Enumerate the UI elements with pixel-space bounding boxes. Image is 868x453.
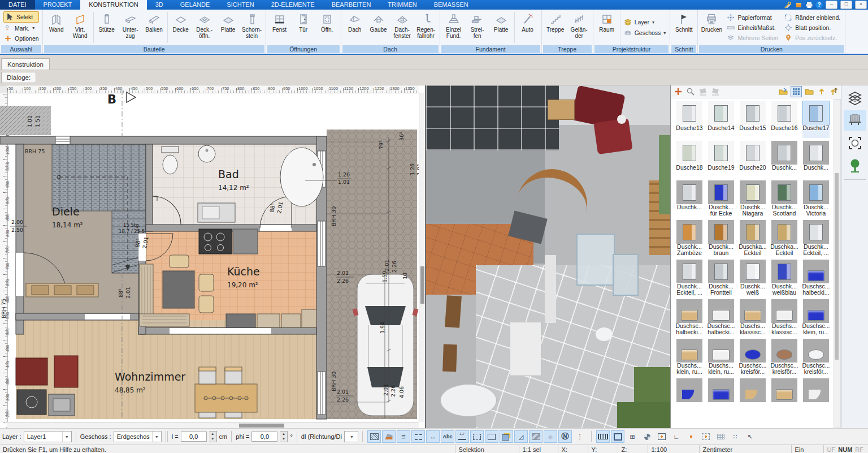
text-style-button[interactable]: Abc bbox=[441, 430, 454, 443]
ribbon-button-decke[interactable]: Decke bbox=[169, 10, 193, 45]
add-icon[interactable] bbox=[673, 87, 683, 97]
catalog-item-dusche20[interactable]: Dusche20 bbox=[737, 141, 769, 178]
close-button[interactable]: × bbox=[855, 1, 867, 9]
catalog-item-duschk[interactable]: Duschk...weiß bbox=[737, 260, 769, 296]
window-grid-button[interactable]: ⊞ bbox=[626, 430, 639, 443]
floor-plan-drawing[interactable]: BDiele18,14 m²Bad14,12 m²Küche19,20 m²Wo… bbox=[0, 85, 425, 428]
selection-dashed-button[interactable] bbox=[470, 430, 484, 443]
ribbon-item-blatt-position-[interactable]: Blatt position. bbox=[784, 23, 840, 32]
catalog-item-duschk[interactable]: Duschk...für Ecke bbox=[705, 180, 737, 217]
ribbon-button-einzel-fund-[interactable]: EinzelFund. bbox=[442, 10, 466, 45]
ribbon-button-raum[interactable]: Raum bbox=[595, 10, 619, 45]
tree-icon[interactable] bbox=[844, 156, 866, 176]
ribbon-button-strei-fen[interactable]: Strei-fen bbox=[466, 10, 489, 45]
export-icon[interactable] bbox=[817, 87, 827, 97]
move-icon[interactable] bbox=[844, 133, 866, 153]
roof-tool-button[interactable]: ◿ bbox=[514, 430, 528, 443]
catalog-item-dusche19[interactable]: Dusche19 bbox=[705, 141, 737, 178]
catalog-item-duschk[interactable]: Duschk...Scotland bbox=[769, 180, 800, 217]
catalog-item[interactable] bbox=[800, 378, 832, 415]
catalog-item-duschsc[interactable]: Duschsc...klein, ru... bbox=[800, 299, 832, 336]
frame-tool-button[interactable] bbox=[611, 430, 624, 443]
phi-input[interactable]: 0,0 bbox=[251, 432, 277, 442]
point-box-button[interactable] bbox=[655, 430, 669, 443]
ribbon-item-papierformat[interactable]: Papierformat bbox=[726, 13, 778, 22]
minimize-button[interactable]: – bbox=[826, 1, 837, 9]
menu-tab-bearbeiten[interactable]: BEARBEITEN bbox=[323, 0, 380, 10]
menu-tab-sichten[interactable]: SICHTEN bbox=[218, 0, 262, 10]
cube-3d-button[interactable] bbox=[500, 430, 513, 443]
help-icon[interactable]: ? bbox=[815, 1, 823, 8]
furniture-icon[interactable] bbox=[844, 110, 866, 131]
catalog-item-duschk[interactable]: Duschk... bbox=[800, 141, 832, 178]
ribbon-button-tür[interactable]: Tür bbox=[292, 10, 315, 45]
ribbon-button-balken[interactable]: Balken bbox=[142, 10, 166, 45]
catalog-item-duschs[interactable]: Duschs...klein, ru... bbox=[674, 339, 705, 376]
line-thick-button[interactable]: ≡ bbox=[397, 430, 410, 443]
ribbon-button-wand[interactable]: Wand bbox=[45, 10, 68, 45]
catalog-item-duschk[interactable]: Duschk...Frontteil bbox=[705, 260, 737, 296]
catalog-item-duschka[interactable]: Duschka...Eckteil bbox=[769, 220, 800, 257]
catalog-item-duschsc[interactable]: Duschsc...halbecki... bbox=[800, 260, 832, 296]
length-input[interactable]: 0,0 bbox=[181, 432, 207, 442]
fan-tool-button[interactable] bbox=[640, 430, 654, 443]
restore-button[interactable]: □ bbox=[840, 1, 852, 9]
catalog-item-duschk[interactable]: Duschk... bbox=[674, 180, 705, 217]
ribbon-button-schnitt[interactable]: Schnitt bbox=[672, 10, 696, 45]
cursor-deselect-button[interactable]: ↖ bbox=[743, 430, 757, 443]
menu-tab-projekt[interactable]: PROJEKT bbox=[35, 0, 81, 10]
catalog-item-duschk[interactable]: Duschk...weißblau bbox=[769, 260, 800, 296]
ruler-tool-button[interactable] bbox=[596, 430, 610, 443]
catalog-item-dusche18[interactable]: Dusche18 bbox=[674, 141, 705, 178]
ribbon-button-öffn-[interactable]: Öffn. bbox=[315, 10, 339, 45]
dim-style-button[interactable]: ↔ bbox=[426, 430, 440, 443]
export-all-icon[interactable] bbox=[829, 87, 839, 97]
menu-tab-trimmen[interactable]: TRIMMEN bbox=[379, 0, 425, 10]
view-3d[interactable] bbox=[426, 85, 670, 428]
ribbon-item-mehrere-seiten[interactable]: Mehrere Seiten bbox=[726, 33, 778, 42]
ribbon-button-treppe[interactable]: Treppe bbox=[544, 10, 567, 45]
plan-horizontal-scrollbar[interactable] bbox=[7, 422, 419, 428]
menu-tab-gel-nde[interactable]: GELÄNDE bbox=[172, 0, 219, 10]
tools-icon[interactable] bbox=[783, 1, 792, 9]
line-dashed-button[interactable] bbox=[411, 430, 425, 443]
catalog-item-duschk[interactable]: Duschk...Eckteil, ... bbox=[674, 260, 705, 296]
catalog-item-duschs[interactable]: Duschs...klassisc... bbox=[737, 299, 769, 336]
ribbon-item-einheit-maßst-[interactable]: Einheit/Maßst. bbox=[726, 23, 778, 32]
menu-tab-3d[interactable]: 3D bbox=[147, 0, 172, 10]
catalog-item[interactable] bbox=[674, 378, 705, 415]
menu-tab-2d-elemente[interactable]: 2D-ELEMENTE bbox=[263, 0, 323, 10]
catalog-item[interactable] bbox=[769, 378, 800, 415]
catalog-item-duschsc[interactable]: Duschsc...halbecki... bbox=[674, 299, 705, 336]
catalog-item-duschs[interactable]: Duschs...klein, ru... bbox=[705, 339, 737, 376]
catalog-item[interactable] bbox=[705, 378, 737, 415]
more-options-button[interactable]: ⋮ bbox=[573, 430, 587, 443]
roof-style-button[interactable] bbox=[382, 430, 396, 443]
catalog-item-duschsc[interactable]: Duschsc...kreisför... bbox=[769, 339, 800, 376]
catalog-item-dusche13[interactable]: Dusche13 bbox=[674, 101, 705, 138]
catalog-item-dusche14[interactable]: Dusche14 bbox=[705, 101, 737, 138]
stairs-tool-button[interactable] bbox=[529, 430, 542, 443]
ribbon-item-ränder-einblend-[interactable]: Ränder einblend. bbox=[784, 13, 840, 22]
stamp2-icon[interactable] bbox=[710, 87, 721, 97]
ribbon-item-selekt[interactable]: Selekt bbox=[3, 11, 39, 23]
ribbon-button-fenst[interactable]: Fenst bbox=[268, 10, 292, 45]
catalog-item-duschsc[interactable]: Duschsc...kreisför... bbox=[800, 339, 832, 376]
layer-select[interactable]: Layer1▾ bbox=[24, 431, 72, 442]
ribbon-button-platte[interactable]: Platte bbox=[489, 10, 513, 45]
phi-stepper[interactable]: ▲▼ bbox=[280, 431, 288, 442]
ribbon-button-auto[interactable]: Auto bbox=[516, 10, 540, 45]
grid-point-button[interactable] bbox=[699, 430, 713, 443]
catalog-item-dusche17[interactable]: Dusche17 bbox=[800, 101, 832, 138]
ribbon-button-schorn-stein[interactable]: Schorn-stein bbox=[240, 10, 264, 45]
ribbon-item-optionen[interactable]: Optionen bbox=[3, 33, 39, 44]
menu-tab-bemassen[interactable]: BEMASSEN bbox=[426, 0, 477, 10]
catalog-item-duschk[interactable]: Duschk... bbox=[769, 141, 800, 178]
ribbon-button-virt-wand[interactable]: Virt.Wand bbox=[68, 10, 92, 45]
dim-arrow-button[interactable] bbox=[455, 430, 469, 443]
catalog-item-duschk[interactable]: Duschk...braun bbox=[705, 220, 737, 257]
folder-import-icon[interactable] bbox=[778, 87, 788, 97]
view-tab-konstruktion[interactable]: Konstruktion bbox=[1, 58, 50, 70]
hatch-style-button[interactable] bbox=[367, 430, 381, 443]
catalog-item-duschk[interactable]: Duschk...Eckteil, ... bbox=[800, 220, 832, 257]
